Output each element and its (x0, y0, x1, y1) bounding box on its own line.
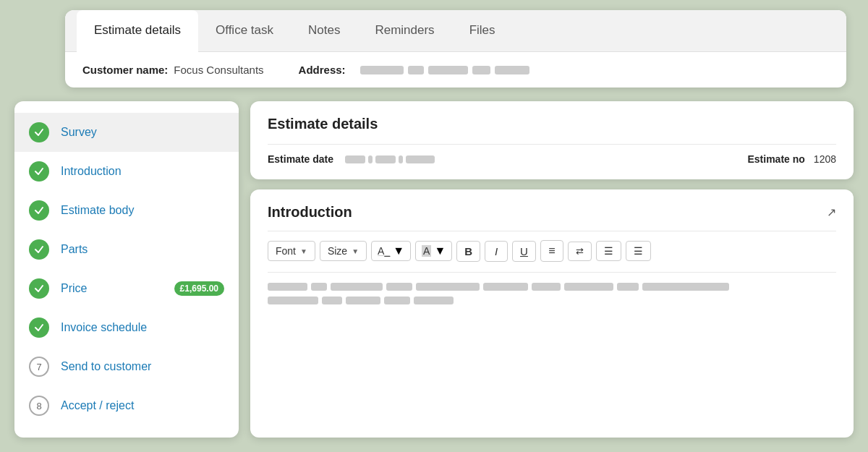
divider-2 (268, 231, 836, 231)
check-icon-parts (29, 239, 49, 260)
txt-14 (384, 297, 410, 304)
ordered-list-icon: ⇄ (576, 246, 584, 257)
addr-block-2 (408, 66, 424, 74)
check-icon-estimate-body (29, 200, 49, 221)
text-line-1 (268, 283, 836, 291)
txt-12 (322, 297, 342, 304)
text-line-2 (268, 297, 836, 304)
divider-1 (268, 144, 836, 145)
tab-files[interactable]: Files (452, 10, 513, 51)
estimate-details-card: Estimate details Estimate date Estimate … (250, 101, 854, 179)
font-color-btn[interactable]: A_ ▼ (371, 241, 411, 261)
sidebar: Survey Introduction Estimate body Parts (14, 101, 239, 438)
align-right-btn[interactable]: ☰ (626, 241, 651, 261)
align-left-btn[interactable]: ☰ (596, 241, 621, 261)
address-label: Address: (299, 64, 346, 76)
size-chevron: ▼ (352, 247, 359, 255)
date-block-3 (406, 155, 435, 163)
txt-10 (642, 283, 729, 291)
right-panel: Estimate details Estimate date Estimate … (250, 101, 854, 438)
size-select[interactable]: Size ▼ (320, 241, 367, 261)
align-left-icon: ☰ (604, 245, 613, 257)
sidebar-item-send-to-customer[interactable]: 7 Send to customer (14, 347, 239, 386)
expand-icon[interactable]: ↗ (827, 205, 836, 219)
sidebar-item-introduction[interactable]: Introduction (14, 152, 239, 191)
addr-block-4 (472, 66, 490, 74)
sidebar-label-invoice-schedule: Invoice schedule (61, 321, 147, 334)
tab-estimate-details[interactable]: Estimate details (77, 10, 198, 52)
sidebar-label-price: Price (61, 282, 87, 295)
txt-11 (268, 297, 318, 304)
sidebar-item-accept-reject[interactable]: 8 Accept / reject (14, 386, 239, 425)
addr-block-1 (360, 66, 404, 74)
main-container: Survey Introduction Estimate body Parts (14, 101, 854, 438)
addr-block-3 (428, 66, 468, 74)
font-label: Font (276, 245, 296, 257)
ordered-list-btn[interactable]: ⇄ (568, 242, 592, 261)
addr-block-5 (495, 66, 529, 74)
address-blocks (360, 66, 529, 74)
sidebar-item-estimate-body[interactable]: Estimate body (14, 191, 239, 230)
customer-name-label: Customer name: (82, 64, 168, 76)
unordered-list-btn[interactable]: ≡ (540, 240, 563, 262)
top-card: Estimate details Office task Notes Remin… (65, 10, 846, 88)
sidebar-item-invoice-schedule[interactable]: Invoice schedule (14, 308, 239, 347)
check-icon-introduction (29, 161, 49, 182)
txt-8 (564, 283, 613, 291)
txt-15 (414, 297, 454, 304)
sidebar-item-price[interactable]: Price £1,695.00 (14, 269, 239, 308)
sidebar-item-survey[interactable]: Survey (14, 113, 239, 152)
introduction-title: Introduction (268, 204, 352, 221)
check-icon-survey (29, 122, 49, 142)
sidebar-label-estimate-body: Estimate body (61, 204, 134, 217)
sidebar-label-parts: Parts (61, 243, 88, 256)
tab-notes[interactable]: Notes (291, 10, 357, 51)
num-circle-7: 7 (29, 357, 49, 377)
font-chevron: ▼ (300, 247, 307, 255)
date-block-2 (375, 155, 396, 163)
italic-label: I (495, 245, 498, 257)
txt-2 (311, 283, 327, 291)
sidebar-label-introduction: Introduction (61, 165, 122, 178)
txt-6 (483, 283, 528, 291)
estimate-details-title: Estimate details (268, 116, 836, 132)
toolbar: Font ▼ Size ▼ A_ ▼ A ▼ B (268, 240, 836, 273)
underline-btn[interactable]: U (512, 241, 536, 262)
check-icon-invoice-schedule (29, 317, 49, 338)
font-select[interactable]: Font ▼ (268, 241, 315, 261)
estimate-date-label: Estimate date (268, 153, 333, 165)
date-sep-2 (399, 155, 403, 163)
sidebar-label-send-to-customer: Send to customer (61, 360, 151, 373)
highlight-chevron: ▼ (434, 244, 446, 257)
highlight-btn[interactable]: A ▼ (415, 241, 452, 261)
sidebar-label-survey: Survey (61, 126, 97, 139)
underline-label: U (520, 245, 528, 257)
txt-13 (346, 297, 380, 304)
txt-7 (532, 283, 561, 291)
top-card-body: Customer name: Focus Consultants Address… (65, 52, 846, 88)
introduction-card: Introduction ↗ Font ▼ Size ▼ A_ ▼ (250, 189, 854, 438)
size-label: Size (328, 245, 347, 257)
align-right-icon: ☰ (634, 245, 643, 257)
estimate-no-section: Estimate no 1208 (747, 153, 836, 165)
estimate-no-label: Estimate no (747, 153, 804, 165)
tab-office-task[interactable]: Office task (198, 10, 291, 51)
tab-bar: Estimate details Office task Notes Remin… (65, 10, 846, 52)
estimate-date-blocks (345, 155, 435, 163)
customer-name-value: Focus Consultants (174, 64, 263, 76)
txt-1 (268, 283, 307, 291)
txt-9 (617, 283, 639, 291)
italic-btn[interactable]: I (485, 241, 508, 262)
estimate-no-value: 1208 (814, 153, 836, 165)
num-circle-8: 8 (29, 396, 49, 416)
highlight-icon: A (422, 245, 431, 257)
bold-btn[interactable]: B (456, 241, 480, 262)
sidebar-label-accept-reject: Accept / reject (61, 399, 134, 412)
sidebar-item-parts[interactable]: Parts (14, 230, 239, 269)
tab-reminders[interactable]: Reminders (357, 10, 451, 51)
date-sep-1 (368, 155, 373, 163)
text-content (268, 273, 836, 315)
txt-4 (386, 283, 412, 291)
txt-3 (331, 283, 383, 291)
check-icon-price (29, 278, 49, 299)
